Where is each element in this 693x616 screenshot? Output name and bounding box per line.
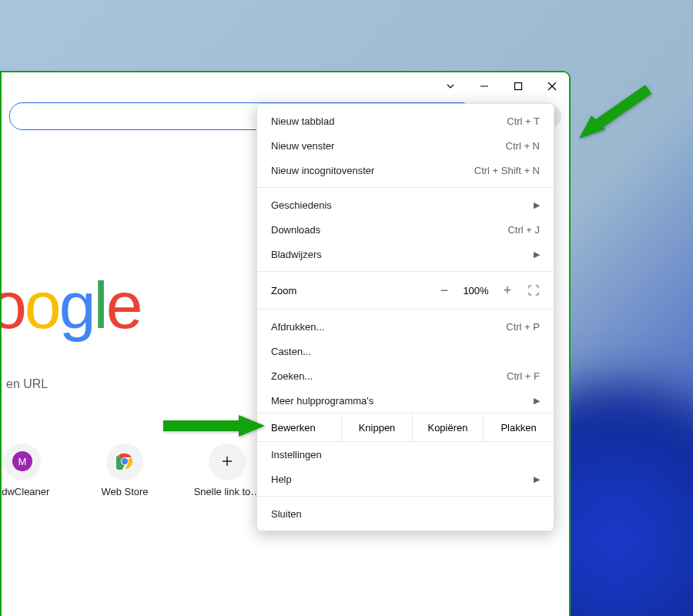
menu-history[interactable]: Geschiedenis▶ bbox=[257, 192, 554, 217]
annotation-arrow-settings bbox=[159, 410, 274, 444]
chevron-right-icon: ▶ bbox=[534, 249, 540, 259]
menu-separator bbox=[257, 187, 554, 188]
plus-icon bbox=[209, 444, 245, 479]
shortcut-label: Web Store bbox=[101, 486, 148, 497]
shortcut-letter-icon: M bbox=[12, 451, 32, 471]
menu-separator bbox=[257, 271, 554, 272]
shortcut-webstore[interactable]: Web Store bbox=[82, 444, 167, 497]
titlebar bbox=[2, 72, 569, 100]
menu-separator bbox=[257, 309, 554, 310]
shortcuts-row: M AdwCleaner Web Store Snelle link to… bbox=[0, 444, 270, 497]
search-placeholder: en URL bbox=[6, 377, 48, 391]
menu-new-tab[interactable]: Nieuw tabbladCtrl + T bbox=[257, 109, 554, 133]
menu-separator bbox=[257, 496, 554, 497]
close-button[interactable] bbox=[535, 72, 569, 100]
edit-paste[interactable]: Plakken bbox=[484, 413, 554, 441]
zoom-out-button[interactable]: − bbox=[432, 283, 457, 299]
zoom-in-button[interactable]: + bbox=[495, 283, 520, 299]
shortcut-label: Snelle link to… bbox=[194, 486, 261, 497]
chrome-icon bbox=[107, 444, 142, 479]
maximize-button[interactable] bbox=[501, 72, 535, 100]
menu-incognito[interactable]: Nieuw incognitovensterCtrl + Shift + N bbox=[257, 158, 554, 182]
menu-bookmarks[interactable]: Bladwijzers▶ bbox=[257, 242, 554, 266]
menu-downloads[interactable]: DownloadsCtrl + J bbox=[257, 217, 554, 242]
menu-find[interactable]: Zoeken...Ctrl + F bbox=[257, 363, 554, 388]
edit-cut[interactable]: Knippen bbox=[342, 413, 413, 441]
minimize-button[interactable] bbox=[467, 72, 501, 100]
menu-new-window[interactable]: Nieuw vensterCtrl + N bbox=[257, 133, 554, 158]
fullscreen-icon[interactable] bbox=[527, 284, 540, 296]
menu-more-tools[interactable]: Meer hulpprogramma's▶ bbox=[257, 388, 554, 413]
chevron-right-icon: ▶ bbox=[534, 474, 540, 484]
menu-help[interactable]: Help▶ bbox=[257, 467, 554, 491]
menu-exit[interactable]: Sluiten bbox=[257, 501, 554, 526]
edit-copy[interactable]: Kopiëren bbox=[413, 413, 484, 441]
shortcut-adwcleaner[interactable]: M AdwCleaner bbox=[0, 444, 65, 497]
menu-settings[interactable]: Instellingen bbox=[257, 442, 554, 467]
chrome-menu: Nieuw tabbladCtrl + T Nieuw vensterCtrl … bbox=[256, 103, 554, 531]
svg-rect-0 bbox=[515, 83, 522, 90]
menu-edit-row: Bewerken Knippen Kopiëren Plakken bbox=[257, 413, 554, 442]
tab-chevron-icon[interactable] bbox=[434, 72, 467, 100]
menu-cast[interactable]: Casten... bbox=[257, 339, 554, 363]
menu-zoom: Zoom − 100% + bbox=[257, 276, 554, 304]
search-box[interactable]: en URL bbox=[2, 367, 206, 401]
chevron-right-icon: ▶ bbox=[534, 200, 540, 210]
google-logo: oogle bbox=[0, 267, 140, 343]
shortcut-label: AdwCleaner bbox=[0, 486, 49, 497]
svg-point-7 bbox=[122, 458, 128, 464]
zoom-value: 100% bbox=[457, 285, 495, 296]
menu-print[interactable]: Afdrukken...Ctrl + P bbox=[257, 314, 554, 339]
chevron-right-icon: ▶ bbox=[534, 396, 540, 406]
annotation-arrow-menu bbox=[571, 85, 656, 149]
